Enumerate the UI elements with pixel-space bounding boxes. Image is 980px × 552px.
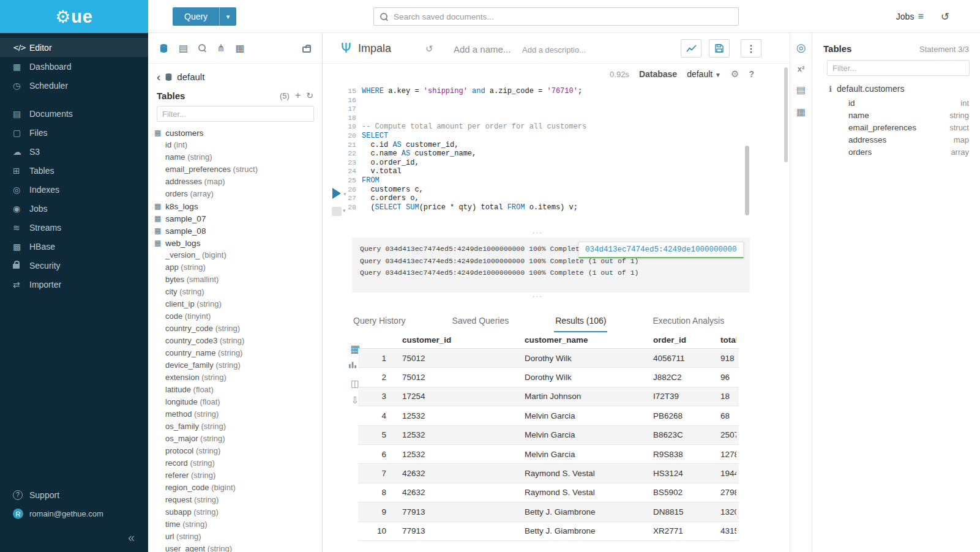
assist-column-subapp[interactable]: subapp (string) <box>148 506 322 518</box>
more-options-button[interactable]: ⋮ <box>741 39 761 58</box>
column-row-name[interactable]: namestring <box>848 109 969 121</box>
sidebar-item-indexes[interactable]: ◎Indexes <box>0 180 148 199</box>
assist-column-version[interactable]: _version_ (bigint) <box>148 249 322 261</box>
sidebar-item-dashboard[interactable]: ▦Dashboard <box>0 57 148 76</box>
assist-column-device-family[interactable]: device_family (string) <box>148 359 322 371</box>
sidebar-item-s3[interactable]: ☁S3 <box>0 142 148 161</box>
sidebar-item-scheduler[interactable]: ◷Scheduler <box>0 76 148 95</box>
assist-column-protocol[interactable]: protocol (string) <box>148 445 322 457</box>
add-table-icon[interactable]: + <box>295 90 301 101</box>
execute-button[interactable] <box>332 188 341 199</box>
column-row-orders[interactable]: ordersarray <box>848 146 969 158</box>
assist-column-latitude[interactable]: latitude (float) <box>148 384 322 396</box>
results-column-total[interactable]: total <box>705 335 736 345</box>
databases-icon[interactable] <box>159 43 168 53</box>
assist-column-region-code[interactable]: region_code (bigint) <box>148 482 322 494</box>
assist-column-country-code3[interactable]: country_code3 (string) <box>148 335 322 347</box>
assist-column-os-family[interactable]: os_family (string) <box>148 420 322 433</box>
sidebar-item-hbase[interactable]: ▩HBase <box>0 237 148 256</box>
assist-column-name[interactable]: name (string) <box>148 151 322 163</box>
tab-results-106[interactable]: Results (106) <box>554 308 607 332</box>
query-button[interactable]: Query <box>173 7 219 26</box>
log-resize-handle-bottom[interactable]: ··· <box>323 294 753 299</box>
sidebar-item-files[interactable]: ▢Files <box>0 123 148 142</box>
code-editor[interactable]: 15WHERE a.key = 'shipping' and a.zip_cod… <box>347 87 747 212</box>
assist-column-referer[interactable]: referer (string) <box>148 469 322 482</box>
help-question-icon[interactable]: ? <box>749 69 754 79</box>
jobs-link[interactable]: Jobs ≡ <box>896 11 924 22</box>
tab-execution-analysis[interactable]: Execution Analysis <box>651 308 725 332</box>
assist-column-time[interactable]: time (string) <box>148 518 322 531</box>
database-selector[interactable]: default ▼ <box>687 69 721 79</box>
assist-column-addresses[interactable]: addresses (map) <box>148 176 322 188</box>
sidebar-item-streams[interactable]: ≋Streams <box>0 218 148 237</box>
assist-column-extension[interactable]: extension (string) <box>148 371 322 384</box>
results-column-customer-id[interactable]: customer_id <box>386 335 509 345</box>
chart-button[interactable] <box>681 39 701 58</box>
save-button[interactable] <box>709 39 730 58</box>
assist-column-longitude[interactable]: longitude (float) <box>148 396 322 408</box>
assist-column-request[interactable]: request (string) <box>148 494 322 506</box>
query-history-icon[interactable]: ↺ <box>425 43 433 54</box>
execute-dropdown-icon[interactable]: ▾ <box>343 191 346 197</box>
back-chevron-icon[interactable]: ‹ <box>157 73 160 81</box>
assist-column-city[interactable]: city (string) <box>148 286 322 298</box>
sidebar-item-importer[interactable]: ⇄Importer <box>0 275 148 294</box>
query-description-field[interactable]: Add a descriptio... <box>522 45 586 54</box>
panel-scrollbar[interactable] <box>784 67 788 162</box>
apps-grid-icon[interactable]: ▦ <box>236 42 245 54</box>
active-table[interactable]: ℹ default.customers <box>829 84 969 94</box>
sidebar-item-documents[interactable]: ▤Documents <box>0 104 148 123</box>
assist-table-sample-08[interactable]: ▦sample_08 <box>148 225 322 237</box>
assist-column-id[interactable]: id (int) <box>148 139 322 151</box>
search-assist-icon[interactable] <box>198 44 206 52</box>
assist-column-email-preferences[interactable]: email_preferences (struct) <box>148 163 322 176</box>
gear-icon[interactable]: ⚙ <box>731 69 739 80</box>
sidebar-item-jobs[interactable]: ◉Jobs <box>0 199 148 218</box>
assist-column-url[interactable]: url (string) <box>148 531 322 543</box>
hierarchy-icon[interactable]: ⋔ <box>217 42 225 54</box>
log-resize-handle-top[interactable]: ··· <box>323 230 753 235</box>
tab-query-history[interactable]: Query History <box>352 308 407 332</box>
editor-settings-icon[interactable] <box>332 207 342 216</box>
sidebar-item-security[interactable]: Security <box>0 256 148 275</box>
assist-column-method[interactable]: method (string) <box>148 408 322 420</box>
assist-table-customers[interactable]: ▦customers <box>148 127 322 139</box>
sidebar-item-support[interactable]: ? Support <box>0 485 148 504</box>
assist-column-country-code[interactable]: country_code (string) <box>148 323 322 335</box>
sidebar-item-editor[interactable]: </>Editor <box>0 38 148 57</box>
assist-table-web-logs[interactable]: ▦web_logs <box>148 237 322 249</box>
column-row-id[interactable]: idint <box>848 97 969 109</box>
assist-column-record[interactable]: record (string) <box>148 457 322 469</box>
assist-column-user-agent[interactable]: user_agent (string) <box>148 543 322 552</box>
query-name-field[interactable]: Add a name... <box>454 44 511 54</box>
tab-saved-queries[interactable]: Saved Queries <box>451 308 511 332</box>
hue-logo[interactable]: ⚙ue <box>0 0 148 33</box>
assist-column-orders[interactable]: orders (array) <box>148 188 322 200</box>
editor-scrollbar[interactable] <box>745 146 749 215</box>
documents-icon[interactable]: ▤ <box>179 42 188 54</box>
language-reference-icon[interactable]: ▤ <box>796 84 806 95</box>
results-column-customer-name[interactable]: customer_name <box>509 335 637 345</box>
assist-column-os-major[interactable]: os_major (string) <box>148 433 322 445</box>
query-dropdown-button[interactable]: ▾ <box>219 7 236 26</box>
results-column-order-id[interactable]: order_id <box>637 335 705 345</box>
assist-column-client-ip[interactable]: client_ip (string) <box>148 298 322 310</box>
assist-column-code[interactable]: code (tinyint) <box>148 310 322 323</box>
right-filter-input[interactable] <box>827 60 970 76</box>
assist-table-sample-07[interactable]: ▦sample_07 <box>148 212 322 225</box>
editor-settings-caret-icon[interactable]: ▾ <box>343 207 346 214</box>
assist-column-bytes[interactable]: bytes (smallint) <box>148 274 322 286</box>
schedule-calendar-icon[interactable]: ▦ <box>796 106 806 117</box>
column-row-addresses[interactable]: addressesmap <box>848 133 969 146</box>
column-row-email-preferences[interactable]: email_preferencesstruct <box>848 121 969 133</box>
sidebar-item-tables[interactable]: ⊞Tables <box>0 161 148 180</box>
functions-icon[interactable]: x² <box>798 64 805 73</box>
history-icon[interactable]: ↺ <box>941 10 949 23</box>
refresh-icon[interactable]: ↻ <box>306 91 313 100</box>
sidebar-collapse-button[interactable]: « <box>0 523 148 545</box>
assist-column-app[interactable]: app (string) <box>148 261 322 274</box>
sidebar-item-user[interactable]: R romain@gethue.com <box>0 504 148 523</box>
assist-column-country-name[interactable]: country_name (string) <box>148 347 322 359</box>
query-id-tooltip[interactable]: 034d413ec7474ed5:4249de1000000000 <box>578 242 744 258</box>
